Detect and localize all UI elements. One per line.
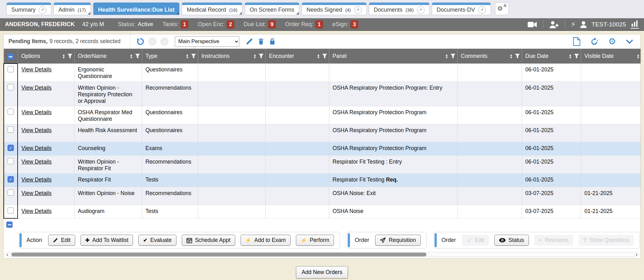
view-details-link[interactable]: View Details <box>21 127 52 133</box>
col-header-type[interactable]: Type ▲▼ <box>142 49 198 64</box>
sort-icon[interactable]: ▲▼ <box>317 54 320 59</box>
row-checkbox[interactable] <box>8 207 14 214</box>
col-header-panel[interactable]: Panel ▲▼ <box>329 49 457 64</box>
perspective-select[interactable]: Main Perspective <box>175 36 239 47</box>
user-icon[interactable] <box>580 21 587 28</box>
tab-documents-dv[interactable]: Documents-DV ↗ <box>432 3 491 15</box>
add-to-waitlist-button[interactable]: ✚ Add To Waitlist <box>80 235 133 246</box>
select-all-footer-checkbox[interactable] <box>6 221 13 228</box>
external-link-icon[interactable]: ↗ <box>354 6 362 14</box>
filter-icon[interactable] <box>191 54 196 59</box>
col-header-visible-date[interactable]: Visible Date ▲▼ <box>581 49 641 64</box>
sort-icon[interactable]: ▲▼ <box>62 54 65 59</box>
external-link-icon[interactable]: ↗ <box>478 6 486 14</box>
view-details-link[interactable]: View Details <box>21 109 52 115</box>
filter-icon[interactable] <box>515 54 520 59</box>
scroll-right-arrow[interactable]: › <box>636 252 637 257</box>
lock-icon[interactable] <box>269 37 276 45</box>
grid-title-section: Pending Items, 9 records, 2 records sele… <box>3 34 130 48</box>
row-checkbox[interactable] <box>8 158 14 164</box>
sort-icon[interactable]: ▲▼ <box>569 54 572 59</box>
edit-button[interactable]: Edit <box>48 235 75 246</box>
video-camera-icon[interactable] <box>528 21 537 28</box>
grid-settings-icon[interactable]: ⚙ <box>608 37 616 46</box>
due-date-cell: 06-01-2025 <box>522 155 581 173</box>
filter-icon[interactable] <box>68 54 72 59</box>
sort-icon[interactable]: ▲▼ <box>510 54 513 59</box>
tab-health-surveillance-due-list[interactable]: Health Surveillance:Due List <box>93 3 180 15</box>
col-header-due-date[interactable]: Due Date ▲▼ <box>522 49 581 64</box>
tab-admin[interactable]: Admin (17) <box>53 3 91 15</box>
undo-icon[interactable] <box>136 37 145 46</box>
row-checkbox[interactable] <box>8 189 14 196</box>
evaluate-button[interactable]: ✔ Evaluate <box>138 235 176 246</box>
scrollbar-thumb[interactable] <box>11 253 426 256</box>
external-link-icon[interactable]: ↗ <box>417 6 425 14</box>
view-details-link[interactable]: View Details <box>21 159 52 165</box>
delete-perspective-icon[interactable] <box>257 37 265 45</box>
select-all-checkbox[interactable] <box>8 53 14 60</box>
tab-count: (38) <box>406 8 414 13</box>
order-group-1: Order Requisition <box>347 232 427 249</box>
new-record-icon[interactable] <box>573 37 580 46</box>
col-header-instructions[interactable]: Instructions ▲▼ <box>198 49 265 64</box>
bar-chart-icon[interactable] <box>631 20 639 29</box>
tab-medical-record[interactable]: Medical Record (16) <box>182 3 242 15</box>
add-new-orders-button[interactable]: Add New Orders <box>296 266 348 278</box>
prev-page-icon[interactable]: ‹ <box>148 37 157 46</box>
lightning-icon[interactable]: ⚡ <box>571 21 576 28</box>
status-label: Status: <box>118 21 136 28</box>
row-checkbox[interactable] <box>8 84 14 90</box>
filter-icon[interactable] <box>451 54 455 59</box>
filter-icon[interactable] <box>135 54 140 59</box>
tab-settings-button[interactable]: ⚙ ⚙ <box>495 3 509 15</box>
next-page-icon[interactable]: › <box>160 37 169 46</box>
col-header-encounter[interactable]: Encounter ▲▼ <box>265 49 329 64</box>
edit-perspective-icon[interactable] <box>246 37 253 45</box>
sort-icon[interactable]: ▲▼ <box>637 54 640 59</box>
row-checkbox[interactable] <box>8 126 14 133</box>
sort-icon[interactable]: ▲▼ <box>253 54 257 59</box>
scroll-left-arrow[interactable]: ‹ <box>7 252 8 257</box>
col-header-options[interactable]: Options ▲▼ <box>18 49 74 64</box>
view-details-link[interactable]: View Details <box>21 176 52 183</box>
toolbar-right-controls: ⚙ <box>573 37 641 46</box>
collapse-chevron-icon[interactable] <box>625 37 634 46</box>
view-details-link[interactable]: View Details <box>21 85 52 91</box>
add-person-icon[interactable] <box>549 21 559 28</box>
patient-bar-actions: ⚡ TEST-10025 <box>528 18 639 31</box>
view-details-link[interactable]: View Details <box>21 190 52 196</box>
add-to-exam-button[interactable]: ⚡ Add to Exam <box>241 235 291 246</box>
col-header-comments[interactable]: Comments ▲▼ <box>457 49 522 64</box>
tab-on-screen-forms[interactable]: On Screen Forms <box>245 3 299 15</box>
sort-icon[interactable]: ▲▼ <box>186 54 189 59</box>
tab-needs-signed[interactable]: Needs Signed (4) ↗ <box>302 3 367 15</box>
col-header-ordername[interactable]: OrderName ▲▼ <box>74 49 142 64</box>
row-checkbox[interactable] <box>8 66 14 72</box>
perform-button[interactable]: ⚡ Perform <box>296 235 334 246</box>
tab-documents[interactable]: Documents (38) ↗ <box>369 3 430 15</box>
schedule-appt-button[interactable]: Schedule Appt <box>182 235 235 246</box>
view-details-link[interactable]: View Details <box>21 145 52 151</box>
row-checkbox-checked[interactable] <box>8 176 14 182</box>
row-checkbox-checked[interactable] <box>8 145 14 151</box>
status-button[interactable]: Status <box>494 235 529 246</box>
grid-title: Pending Items, <box>8 38 47 45</box>
view-details-link[interactable]: View Details <box>21 66 52 73</box>
view-details-link[interactable]: View Details <box>21 208 52 214</box>
user-id[interactable]: TEST-10025 <box>591 21 626 28</box>
filter-icon[interactable] <box>259 54 264 59</box>
plus-icon: ✚ <box>85 238 89 243</box>
filter-icon[interactable] <box>574 54 579 59</box>
horizontal-scrollbar[interactable]: ‹ › <box>5 252 639 257</box>
ordername-cell: Written Opinion - Respirator Fit <box>74 155 142 173</box>
tab-summary[interactable]: Summary ↗ <box>6 3 51 15</box>
requisition-button[interactable]: Requisition <box>375 235 421 246</box>
ordername-cell: Written Opinion - Respiratory Protection… <box>74 81 142 106</box>
external-link-icon[interactable]: ↗ <box>39 6 46 14</box>
refresh-icon[interactable] <box>590 37 599 46</box>
sort-icon[interactable]: ▲▼ <box>445 54 448 59</box>
row-checkbox[interactable] <box>8 109 14 115</box>
sort-icon[interactable]: ▲▼ <box>130 54 133 59</box>
filter-icon[interactable] <box>322 54 327 59</box>
